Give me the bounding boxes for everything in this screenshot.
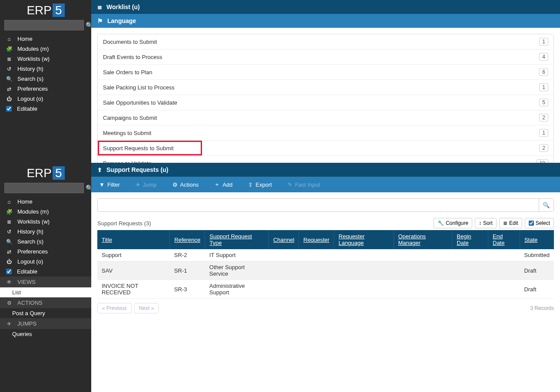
header-title: Worklist (u) [106,3,140,10]
toolbar-filter[interactable]: ▼Filter [91,178,128,192]
nav-worklists[interactable]: ≣Worklists (w) [0,54,91,64]
action-post-query[interactable]: Post a Query [0,308,91,318]
worklist-row[interactable]: Persons to Validate10 [98,156,553,163]
nav-editable[interactable]: Editable [0,267,91,277]
sidebar-bottom: ERP5 🔍 ⌂Home 🧩Modules (m) ≣Worklists (w)… [0,163,91,392]
editable-checkbox[interactable] [6,106,12,112]
worklist-row[interactable]: Support Requests to Submit2 [98,141,553,156]
worklist-row[interactable]: Sale Packing List to Process1 [98,80,553,95]
cell-reference: SR-2 [170,249,205,261]
table-row[interactable]: INVOICE NOT RECEIVEDSR-3Administrative S… [97,280,554,299]
search-nav-icon: 🔍 [6,76,12,82]
cell-type: Administrative Support [205,280,269,299]
nav-editable[interactable]: Editable [0,104,91,114]
subheader-language[interactable]: ⚑ Language [91,14,560,28]
fast-input-icon: ✎ [288,181,292,188]
column-header[interactable]: Channel [268,230,298,249]
list-search-input[interactable] [98,199,539,211]
logo: ERP5 [0,163,91,183]
sort-button[interactable]: ↕Sort [475,218,497,228]
sort-icon: ↕ [479,220,481,226]
list-search-button[interactable]: 🔍 [539,199,553,211]
worklist-row[interactable]: Sale Opportunities to Validate5 [98,95,553,110]
sidebar-search-input[interactable] [4,183,84,193]
logout-icon: ⏻ [6,96,12,102]
jump-queries[interactable]: Queries [0,329,91,339]
worklist: Documents to Submit1Draft Events to Proc… [97,34,554,163]
column-header[interactable]: Begin Date [452,230,488,249]
nav-worklists[interactable]: ≣Worklists (w) [0,217,91,227]
preferences-icon: ⇄ [6,249,12,255]
column-header[interactable]: Support Request Type [205,230,269,249]
cell-type: Other Support Service [205,261,269,280]
nav-home[interactable]: ⌂Home [0,34,91,44]
nav-logout[interactable]: ⏻Logout (o) [0,94,91,104]
cell-opmgr [394,280,452,299]
configure-button[interactable]: 🔧Configure [434,218,472,228]
header-bar-support: ⬆ Support Requests (u) [91,163,560,177]
nav-search[interactable]: 🔍Search (s) [0,237,91,247]
sidebar-search-input[interactable] [4,20,84,30]
column-header[interactable]: Reference [170,230,205,249]
section-actions: ⚙ACTIONS [0,297,91,308]
worklist-row[interactable]: Campaigns to Submit2 [98,110,553,125]
nav-preferences[interactable]: ⇄Preferences [0,247,91,257]
column-header[interactable]: Operations Manager [394,230,452,249]
nav-preferences[interactable]: ⇄Preferences [0,84,91,94]
select-checkbox[interactable] [529,221,534,226]
list-icon: ≣ [97,4,102,10]
column-header[interactable]: Title [97,230,170,249]
column-header[interactable]: Requester Language [334,230,394,249]
logo: ERP5 [0,0,91,20]
cell-channel [268,249,298,261]
nav-history[interactable]: ↺History (h) [0,227,91,237]
worklist-row[interactable]: Documents to Submit1 [98,34,553,49]
pager-previous[interactable]: « Previous [97,303,132,313]
cell-begin [452,261,488,280]
worklist-count-badge: 1 [539,38,548,46]
editable-checkbox[interactable] [6,269,12,274]
cell-reference: SR-1 [170,261,205,280]
plane-icon: ✈ [6,321,12,327]
nav-home[interactable]: ⌂Home [0,197,91,207]
pager-next[interactable]: Next » [134,303,159,313]
worklist-row[interactable]: Draft Events to Process4 [98,49,553,65]
cell-opmgr [394,261,452,280]
worklist-count-badge: 4 [539,53,548,61]
worklist-row[interactable]: Meetings to Submit1 [98,125,553,141]
header-bar-worklist: ≣ Worklist (u) [91,0,560,14]
filter-icon: ▼ [99,181,105,188]
export-icon: ⇪ [248,181,253,188]
table-row[interactable]: SAVSR-1Other Support ServiceDraft [97,261,554,280]
table-row[interactable]: SupportSR-2IT SupportSubmitted [97,249,554,261]
home-icon: ⌂ [6,36,12,42]
toolbar-export[interactable]: ⇪Export [240,178,280,192]
gear-icon: ⚙ [6,300,12,306]
wrench-icon: 🔧 [437,220,444,226]
cell-requester [299,280,334,299]
select-button[interactable]: Select [525,218,554,228]
column-header[interactable]: End Date [488,230,520,249]
column-header[interactable]: State [520,230,554,249]
nav-logout[interactable]: ⏻Logout (o) [0,257,91,267]
nav-modules[interactable]: 🧩Modules (m) [0,207,91,217]
column-header[interactable]: Requester [299,230,334,249]
nav-history[interactable]: ↺History (h) [0,64,91,74]
cell-requester [299,249,334,261]
worklist-label: Draft Events to Process [103,54,162,60]
toolbar-actions[interactable]: ⚙Actions [165,178,207,192]
toolbar-add[interactable]: ＋Add [206,177,240,192]
record-count: 3 Records [530,305,554,311]
worklist-row[interactable]: Sale Orders to Plan6 [98,65,553,80]
edit-button[interactable]: ≣Edit [499,218,522,228]
nav-search[interactable]: 🔍Search (s) [0,74,91,84]
worklist-count-badge: 5 [539,99,548,106]
cell-end [488,249,520,261]
worklist-count-badge: 1 [539,83,548,91]
worklist-label: Support Requests to Submit [103,145,174,152]
worklist-label: Persons to Validate [103,160,152,163]
nav-modules[interactable]: 🧩Modules (m) [0,44,91,54]
view-list[interactable]: List [0,287,91,297]
up-arrow-icon[interactable]: ⬆ [97,167,102,173]
cell-reference: SR-3 [170,280,205,299]
